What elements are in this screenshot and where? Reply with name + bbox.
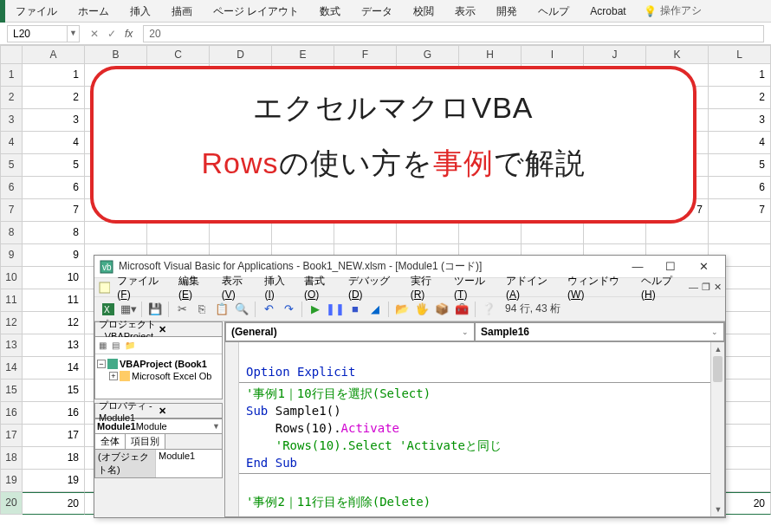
cell[interactable] [334, 222, 397, 244]
cut-icon[interactable]: ✂ [173, 301, 191, 318]
vbe-menu-編集[interactable]: 編集(E) [173, 274, 215, 301]
scroll-down-icon[interactable]: ▼ [711, 503, 724, 516]
row-header[interactable]: 13 [0, 334, 23, 357]
cell[interactable]: 17 [23, 425, 85, 447]
column-header-E[interactable]: E [272, 45, 334, 64]
object-browser-icon[interactable]: 📦 [433, 301, 450, 318]
cell[interactable]: 8 [23, 222, 85, 244]
row-header[interactable]: 18 [0, 447, 23, 470]
cell[interactable]: 2 [709, 87, 771, 109]
cell[interactable]: 9 [23, 244, 85, 267]
redo-icon[interactable]: ↷ [280, 301, 297, 318]
project-tree[interactable]: − VBAProject (Book1 + Microsoft Excel Ob [95, 354, 222, 386]
view-object-icon[interactable]: ▤ [112, 341, 120, 350]
object-dropdown[interactable]: (General)⌄ [225, 322, 475, 341]
cell[interactable]: 1 [709, 64, 771, 87]
row-header[interactable]: 20 [0, 492, 23, 515]
ribbon-tab-表示[interactable]: 表示 [444, 0, 486, 23]
row-header[interactable]: 1 [0, 64, 23, 87]
vbe-system-icon[interactable] [98, 281, 110, 295]
maximize-button[interactable]: ☐ [654, 260, 687, 273]
cell[interactable]: 19 [23, 470, 85, 492]
column-header-A[interactable]: A [23, 45, 85, 64]
properties-object-dropdown[interactable]: Module1 Module ▼ [94, 418, 223, 434]
paste-icon[interactable]: 📋 [213, 301, 230, 318]
help-icon[interactable]: ❔ [480, 301, 497, 318]
cell[interactable] [272, 222, 334, 244]
cell[interactable]: 18 [23, 447, 85, 470]
row-header[interactable]: 3 [0, 109, 23, 132]
cell[interactable]: 16 [23, 402, 85, 425]
vbe-menu-表示[interactable]: 表示(V) [217, 274, 258, 301]
toggle-folders-icon[interactable]: 📁 [125, 341, 135, 350]
select-all-corner[interactable] [0, 45, 23, 64]
project-explorer-icon[interactable]: 📂 [393, 301, 411, 318]
cell[interactable] [397, 222, 459, 244]
reset-icon[interactable]: ■ [347, 301, 364, 318]
vertical-scrollbar[interactable]: ▲ ▼ [710, 342, 724, 516]
code-editor[interactable]: ▲ ▼ Option Explicit '事例1｜10行目を選択(Select)… [225, 341, 724, 516]
ribbon-tab-ホーム[interactable]: ホーム [68, 0, 120, 23]
cell[interactable] [522, 222, 584, 244]
break-icon[interactable]: ❚❚ [327, 301, 344, 318]
enter-icon[interactable]: ✓ [107, 28, 116, 40]
project-child-node[interactable]: + Microsoft Excel Ob [97, 370, 220, 382]
properties-window-icon[interactable]: 🖐 [413, 301, 431, 318]
cell[interactable]: 11 [23, 289, 85, 312]
cell[interactable] [459, 222, 522, 244]
cell[interactable]: 14 [23, 357, 85, 380]
row-header[interactable]: 2 [0, 87, 23, 109]
mdi-close-icon[interactable]: ✕ [714, 282, 722, 293]
property-value[interactable]: Module1 [156, 450, 198, 477]
properties-pane-close-icon[interactable]: ✕ [159, 405, 218, 417]
vbe-menu-実行[interactable]: 実行(R) [405, 274, 447, 301]
column-header-H[interactable]: H [459, 45, 522, 64]
ribbon-tab-校閲[interactable]: 校閲 [403, 0, 444, 23]
fx-icon[interactable]: fx [125, 28, 133, 40]
row-header[interactable]: 11 [0, 289, 23, 312]
undo-icon[interactable]: ↶ [260, 301, 277, 318]
project-root-node[interactable]: − VBAProject (Book1 [97, 358, 220, 370]
row-header[interactable]: 6 [0, 177, 23, 199]
column-header-J[interactable]: J [584, 45, 646, 64]
cell[interactable]: 10 [23, 267, 85, 289]
properties-tab-categorized[interactable]: 項目別 [126, 434, 165, 449]
mdi-restore-icon[interactable]: — [689, 282, 698, 293]
copy-icon[interactable]: ⎘ [193, 301, 211, 318]
cell[interactable]: 13 [23, 334, 85, 357]
ribbon-tab-ヘルプ[interactable]: ヘルプ [528, 0, 580, 23]
formula-bar[interactable]: 20 [143, 25, 764, 42]
cell[interactable]: 4 [709, 132, 771, 154]
vbe-menu-書式[interactable]: 書式(O) [299, 274, 341, 301]
row-header[interactable]: 14 [0, 357, 23, 380]
cancel-icon[interactable]: ✕ [90, 28, 99, 40]
column-header-I[interactable]: I [522, 45, 584, 64]
name-box[interactable]: L20 [7, 25, 68, 42]
cell[interactable]: 20 [23, 492, 85, 515]
cell[interactable]: 7 [23, 199, 85, 222]
row-header[interactable]: 16 [0, 402, 23, 425]
row-header[interactable]: 8 [0, 222, 23, 244]
cell[interactable]: 2 [23, 87, 85, 109]
row-header[interactable]: 10 [0, 267, 23, 289]
ribbon-tab-開発[interactable]: 開発 [486, 0, 528, 23]
cell[interactable]: 3 [23, 109, 85, 132]
scroll-thumb[interactable] [713, 356, 722, 382]
cell[interactable]: 7 [709, 199, 771, 222]
row-header[interactable]: 9 [0, 244, 23, 267]
column-header-L[interactable]: L [709, 45, 771, 64]
vbe-menu-ツール[interactable]: ツール(T) [449, 274, 499, 301]
vbe-menu-挿入[interactable]: 挿入(I) [259, 274, 297, 301]
cell[interactable]: 5 [709, 154, 771, 177]
ribbon-tab-ページ レイアウト[interactable]: ページ レイアウト [203, 0, 309, 23]
column-header-K[interactable]: K [646, 45, 709, 64]
row-header[interactable]: 12 [0, 312, 23, 334]
row-header[interactable]: 5 [0, 154, 23, 177]
mdi-max-icon[interactable]: ❐ [702, 282, 710, 293]
cell[interactable]: 3 [709, 109, 771, 132]
view-excel-icon[interactable]: X [100, 301, 117, 318]
design-mode-icon[interactable]: ◢ [366, 301, 384, 318]
column-header-B[interactable]: B [85, 45, 147, 64]
vbe-menu-デバッグ[interactable]: デバッグ(D) [343, 274, 404, 301]
row-header[interactable]: 4 [0, 132, 23, 154]
